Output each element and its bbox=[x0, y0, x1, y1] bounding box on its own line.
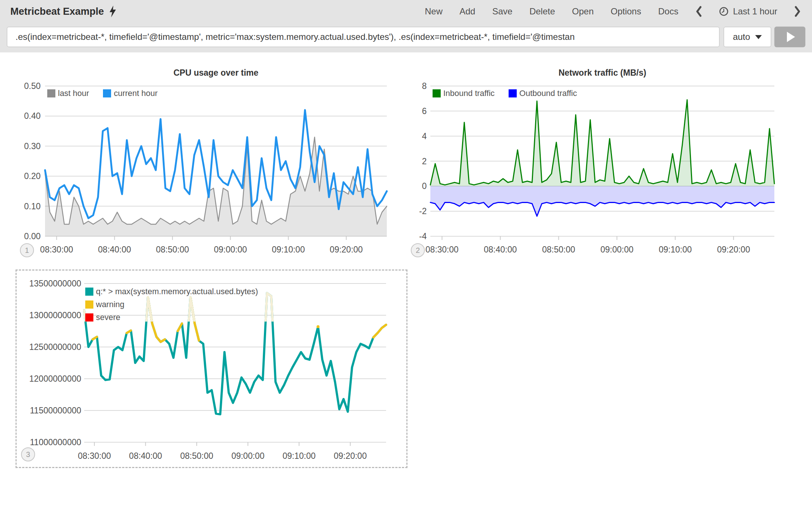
legend-item-current-hour[interactable]: current hour bbox=[103, 89, 158, 98]
svg-text:2: 2 bbox=[422, 157, 427, 166]
svg-text:13500000000: 13500000000 bbox=[29, 279, 81, 288]
play-icon bbox=[787, 32, 795, 42]
svg-text:0.50: 0.50 bbox=[24, 81, 41, 91]
svg-text:0.40: 0.40 bbox=[24, 111, 41, 121]
svg-text:09:20:00: 09:20:00 bbox=[330, 245, 363, 254]
svg-text:08:50:00: 08:50:00 bbox=[180, 451, 213, 461]
kibana-timelion-app: Metricbeat Example New Add Save Delete O… bbox=[0, 0, 812, 519]
svg-text:13000000000: 13000000000 bbox=[29, 310, 81, 320]
nav-delete[interactable]: Delete bbox=[529, 6, 555, 17]
header: Metricbeat Example New Add Save Delete O… bbox=[0, 0, 812, 52]
nav-docs[interactable]: Docs bbox=[658, 6, 678, 17]
svg-text:09:10:00: 09:10:00 bbox=[283, 451, 316, 461]
legend-swatch-blue bbox=[103, 89, 111, 97]
legend-label: current hour bbox=[114, 89, 158, 98]
interval-select[interactable]: auto bbox=[723, 27, 771, 47]
app-title-text: Metricbeat Example bbox=[10, 6, 104, 17]
legend-item-memory[interactable]: q:* > max(system.memory.actual.used.byte… bbox=[85, 287, 258, 296]
panel-number-badge: 1 bbox=[20, 243, 34, 257]
svg-text:08:40:00: 08:40:00 bbox=[484, 245, 517, 254]
cpu-usage-chart: CPU usage over time 0.500.400.300.200.10… bbox=[11, 65, 391, 258]
svg-text:08:30:00: 08:30:00 bbox=[40, 245, 73, 254]
legend-label: Inbound traffic bbox=[443, 89, 495, 98]
svg-text:0.10: 0.10 bbox=[24, 202, 41, 211]
top-bar: Metricbeat Example New Add Save Delete O… bbox=[0, 0, 812, 23]
chevron-left-icon bbox=[695, 6, 702, 17]
time-picker-label: Last 1 hour bbox=[733, 6, 777, 17]
caret-down-icon bbox=[755, 35, 762, 39]
svg-text:09:20:00: 09:20:00 bbox=[334, 451, 367, 461]
time-picker-button[interactable]: Last 1 hour bbox=[719, 6, 777, 17]
panel-number-badge: 2 bbox=[411, 243, 425, 257]
app-title: Metricbeat Example bbox=[10, 6, 117, 17]
legend-item-outbound[interactable]: Outbound traffic bbox=[509, 89, 577, 98]
timelion-query-input[interactable] bbox=[7, 27, 720, 47]
legend-item-inbound[interactable]: Inbound traffic bbox=[433, 89, 495, 98]
legend-swatch-red bbox=[85, 313, 93, 322]
clock-icon bbox=[719, 7, 729, 16]
svg-text:-2: -2 bbox=[419, 206, 427, 216]
svg-text:08:50:00: 08:50:00 bbox=[542, 245, 575, 254]
legend-label: severe bbox=[96, 313, 120, 322]
nav-open[interactable]: Open bbox=[572, 6, 594, 17]
memory-used-chart-selected: 1350000000013000000000125000000001200000… bbox=[16, 269, 407, 468]
svg-text:09:10:00: 09:10:00 bbox=[659, 245, 692, 254]
run-query-button[interactable] bbox=[774, 27, 805, 47]
legend-label: Outbound traffic bbox=[519, 89, 577, 98]
nav-save[interactable]: Save bbox=[492, 6, 513, 17]
legend-label: last hour bbox=[58, 89, 89, 98]
legend-item-severe[interactable]: severe bbox=[85, 313, 120, 322]
svg-text:8: 8 bbox=[422, 81, 427, 91]
legend-swatch-teal bbox=[85, 288, 93, 296]
legend-item-last-hour[interactable]: last hour bbox=[47, 89, 89, 98]
legend-label: q:* > max(system.memory.actual.used.byte… bbox=[96, 287, 258, 296]
main-nav: New Add Save Delete Open Options Docs bbox=[425, 6, 801, 17]
svg-text:6: 6 bbox=[422, 106, 427, 116]
memory-chart-legend: q:* > max(system.memory.actual.used.byte… bbox=[85, 287, 258, 322]
svg-text:12500000000: 12500000000 bbox=[29, 342, 81, 352]
svg-text:08:50:00: 08:50:00 bbox=[156, 245, 189, 254]
legend-swatch-yellow bbox=[85, 300, 93, 309]
svg-text:08:30:00: 08:30:00 bbox=[426, 245, 459, 254]
svg-text:09:00:00: 09:00:00 bbox=[214, 245, 247, 254]
svg-text:09:00:00: 09:00:00 bbox=[231, 451, 265, 461]
svg-text:09:10:00: 09:10:00 bbox=[272, 245, 305, 254]
nav-options[interactable]: Options bbox=[611, 6, 641, 17]
svg-text:0.30: 0.30 bbox=[24, 141, 41, 151]
svg-text:11000000000: 11000000000 bbox=[30, 437, 81, 447]
svg-text:0.20: 0.20 bbox=[24, 171, 41, 181]
legend-item-warning[interactable]: warning bbox=[85, 300, 124, 309]
svg-text:09:00:00: 09:00:00 bbox=[601, 245, 634, 254]
network-chart-legend: Inbound traffic Outbound traffic bbox=[433, 89, 577, 98]
svg-text:0.00: 0.00 bbox=[24, 231, 41, 241]
panel-number-badge: 3 bbox=[21, 447, 35, 461]
query-bar: auto bbox=[0, 23, 812, 52]
svg-text:-4: -4 bbox=[419, 231, 427, 241]
chevron-right-icon bbox=[794, 6, 801, 17]
nav-add[interactable]: Add bbox=[460, 6, 475, 17]
legend-swatch-gray bbox=[47, 89, 55, 97]
svg-text:12000000000: 12000000000 bbox=[29, 374, 81, 384]
svg-text:4: 4 bbox=[422, 131, 427, 141]
legend-swatch-green bbox=[433, 89, 441, 97]
svg-text:08:30:00: 08:30:00 bbox=[78, 451, 111, 461]
time-back-button[interactable] bbox=[695, 6, 702, 17]
nav-new[interactable]: New bbox=[425, 6, 443, 17]
interval-value: auto bbox=[733, 32, 750, 42]
cpu-chart-legend: last hour current hour bbox=[47, 89, 158, 98]
svg-text:08:40:00: 08:40:00 bbox=[129, 451, 162, 461]
network-traffic-chart: Network traffic (MB/s) 86420-2-408:30:00… bbox=[406, 65, 782, 258]
svg-text:11500000000: 11500000000 bbox=[30, 406, 81, 415]
legend-label: warning bbox=[96, 300, 124, 309]
legend-swatch-blue bbox=[509, 89, 517, 97]
lightning-bolt-icon bbox=[109, 6, 117, 17]
time-forward-button[interactable] bbox=[794, 6, 801, 17]
svg-text:0: 0 bbox=[422, 181, 427, 191]
svg-text:08:40:00: 08:40:00 bbox=[98, 245, 131, 254]
svg-text:09:20:00: 09:20:00 bbox=[717, 245, 750, 254]
